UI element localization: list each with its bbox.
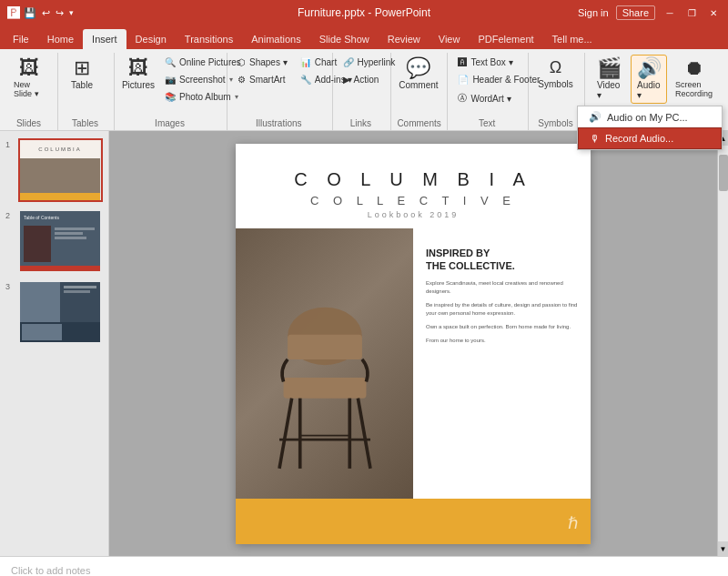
slide-thumb-3[interactable]: 3 — [5, 280, 103, 344]
online-pictures-icon: 🔍 — [165, 57, 176, 67]
ribbon-group-images: 🖼 Pictures 🔍 Online Pictures 📷 Screensho… — [116, 53, 228, 130]
table-label: Table — [71, 80, 93, 90]
undo-icon[interactable]: ↩ — [42, 7, 50, 19]
wordart-icon: Ⓐ — [458, 92, 467, 105]
svg-rect-1 — [288, 335, 362, 359]
header-footer-icon: 📄 — [458, 75, 469, 85]
tab-home[interactable]: Home — [38, 29, 83, 49]
tab-view[interactable]: View — [430, 29, 470, 49]
illustrations-group-label: Illustrations — [233, 116, 325, 128]
close-btn[interactable]: ✕ — [706, 5, 721, 20]
slide-thumb-1[interactable]: 1 COLUMBIA — [5, 138, 103, 202]
slide-body: INSPIRED BYTHE COLLECTIVE. Explore Scand… — [236, 228, 591, 544]
title-bar-left: 🅿 💾 ↩ ↪ ▾ — [7, 5, 74, 20]
illus-col: ⬡ Shapes ▾ ⚙ SmartArt — [233, 55, 292, 87]
photo-album-icon: 📚 — [165, 92, 176, 102]
links-group-content: 🔗 Hyperlink ▶ Action — [339, 55, 384, 116]
comment-icon: 💬 — [406, 58, 430, 78]
slide-year: Lookbook 2019 — [263, 210, 563, 219]
slide-num-2: 2 — [5, 211, 15, 220]
chair-svg — [266, 295, 384, 477]
signin-label[interactable]: Sign in — [578, 7, 609, 18]
customize-icon[interactable]: ▾ — [69, 8, 74, 17]
restore-btn[interactable]: ❐ — [684, 5, 699, 20]
new-slide-button[interactable]: 🖼 New Slide ▾ — [7, 55, 50, 102]
slide-img-3[interactable] — [18, 280, 103, 344]
scroll-track[interactable] — [718, 146, 728, 541]
scroll-thumb[interactable] — [719, 155, 728, 191]
slide-img-2[interactable]: Table of Contents — [18, 209, 103, 273]
tables-group-content: ⊞ Table — [64, 55, 106, 116]
wordart-label: WordArt ▾ — [470, 94, 511, 104]
thumb1-bg: COLUMBIA — [20, 140, 100, 200]
canvas-area: C O L U M B I A C O L L E C T I V E Look… — [109, 131, 717, 556]
textbox-icon: 🅰 — [458, 57, 467, 67]
slide-thumb-2[interactable]: 2 Table of Contents — [5, 209, 103, 273]
slides-group-content: 🖼 New Slide ▾ — [7, 55, 50, 116]
pictures-button[interactable]: 🖼 Pictures — [120, 55, 157, 94]
record-audio-item[interactable]: 🎙 Record Audio... — [578, 127, 722, 149]
action-icon: ▶ — [343, 75, 350, 85]
new-slide-label: New Slide ▾ — [14, 80, 44, 98]
video-button[interactable]: 🎬 Video ▾ — [591, 55, 627, 104]
screen-recording-icon: ⏺ — [684, 58, 704, 78]
tab-transitions[interactable]: Transitions — [176, 29, 242, 49]
tables-group-label: Tables — [64, 116, 106, 128]
tab-file[interactable]: File — [4, 29, 38, 49]
tab-insert[interactable]: Insert — [83, 29, 126, 49]
addins-icon: 🔧 — [300, 75, 311, 85]
slide-img-inner-1: COLUMBIA — [20, 140, 100, 200]
redo-icon[interactable]: ↪ — [56, 7, 64, 19]
symbols-icon: Ω — [550, 58, 561, 77]
symbols-button[interactable]: Ω Symbols — [534, 55, 577, 93]
video-label: Video ▾ — [597, 80, 621, 100]
audio-dropdown-menu: 🔊 Audio on My PC... 🎙 Record Audio... — [577, 106, 723, 150]
ribbon-group-illustrations: ⬡ Shapes ▾ ⚙ SmartArt 📊 Chart 🔧 Add-ins … — [229, 53, 333, 130]
thumb1-img — [20, 158, 100, 193]
tab-review[interactable]: Review — [379, 29, 430, 49]
links-group-label: Links — [339, 116, 384, 128]
screen-recording-button[interactable]: ⏺ Screen Recording — [671, 55, 717, 102]
ribbon-group-slides: 🖼 New Slide ▾ Slides — [4, 53, 58, 130]
comment-button[interactable]: 💬 Comment — [397, 55, 440, 94]
slide-img-1[interactable]: COLUMBIA — [18, 138, 103, 202]
tab-pdfelement[interactable]: PDFelement — [469, 29, 542, 49]
slide-img-inner-2: Table of Contents — [20, 211, 100, 271]
share-label[interactable]: Share — [616, 5, 655, 20]
slide-title-area: C O L U M B I A C O L L E C T I V E Look… — [236, 144, 591, 228]
images-group-content: 🖼 Pictures 🔍 Online Pictures 📷 Screensho… — [120, 55, 219, 116]
ribbon-group-text: 🅰 Text Box ▾ 📄 Header & Footer Ⓐ WordArt… — [450, 53, 529, 130]
scroll-down-arrow[interactable]: ▼ — [718, 541, 728, 556]
tab-tellme[interactable]: Tell me... — [543, 29, 602, 49]
notes-area[interactable]: Click to add notes — [0, 556, 728, 576]
svg-line-4 — [358, 399, 370, 469]
ribbon-tabs: File Home Insert Design Transitions Anim… — [0, 25, 728, 49]
tab-animations[interactable]: Animations — [242, 29, 309, 49]
shapes-button[interactable]: ⬡ Shapes ▾ — [233, 55, 292, 70]
action-button[interactable]: ▶ Action — [339, 72, 400, 87]
hyperlink-button[interactable]: 🔗 Hyperlink — [339, 55, 400, 70]
action-label: Action — [354, 75, 379, 85]
audio-icon: 🔊 — [637, 58, 662, 78]
smartart-button[interactable]: ⚙ SmartArt — [233, 72, 292, 87]
slide-num-3: 3 — [5, 282, 15, 291]
minimize-btn[interactable]: ─ — [662, 5, 677, 20]
audio-label: Audio ▾ — [637, 80, 661, 100]
tab-slideshow[interactable]: Slide Show — [310, 29, 379, 49]
shapes-icon: ⬡ — [238, 57, 246, 67]
hyperlink-label: Hyperlink — [358, 57, 396, 67]
table-button[interactable]: ⊞ Table — [64, 55, 100, 94]
audio-button[interactable]: 🔊 Audio ▾ — [631, 55, 667, 104]
tab-design[interactable]: Design — [126, 29, 176, 49]
audio-on-mypc-item[interactable]: 🔊 Audio on My PC... — [578, 106, 722, 127]
text-group-label: Text — [453, 116, 521, 128]
thumb2-bg: Table of Contents — [20, 211, 100, 271]
window-title: Furniture.pptx - PowerPoint — [298, 6, 430, 19]
record-audio-label: Record Audio... — [605, 133, 673, 144]
record-audio-icon: 🎙 — [590, 133, 600, 144]
save-icon[interactable]: 💾 — [24, 7, 36, 19]
slide-para1: Explore Scandinavia, meet local creative… — [426, 279, 578, 296]
slide-inspired: INSPIRED BYTHE COLLECTIVE. — [426, 247, 578, 273]
chart-icon: 📊 — [300, 57, 311, 67]
slides-group-label: Slides — [7, 116, 50, 128]
